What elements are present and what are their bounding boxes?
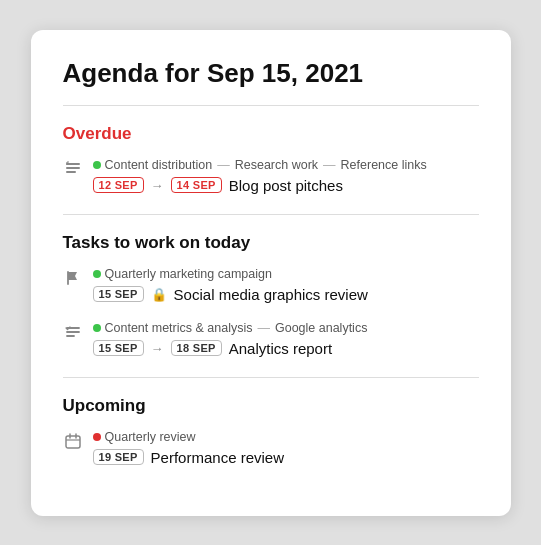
task-content: Content distribution — Research work — R… — [93, 158, 479, 194]
task-meta: Quarterly marketing campaign — [93, 267, 479, 281]
task-main: 15 SEP → 18 SEP Analytics report — [93, 340, 479, 357]
svg-rect-6 — [66, 436, 80, 448]
overdue-section: Overdue Content distribution — Research … — [63, 124, 479, 194]
task-meta: Quarterly review — [93, 430, 479, 444]
arrow-icon: → — [151, 341, 164, 356]
lock-icon: 🔒 — [151, 287, 167, 302]
start-date-badge: 19 SEP — [93, 449, 144, 465]
status-dot — [93, 433, 101, 441]
status-dot — [93, 324, 101, 332]
task-main: 19 SEP Performance review — [93, 449, 479, 466]
task-meta: Content metrics & analysis — Google anal… — [93, 321, 479, 335]
meta-item: Reference links — [341, 158, 427, 172]
meta-item: Content distribution — [105, 158, 213, 172]
task-list-icon — [63, 160, 83, 178]
flag-icon — [63, 269, 83, 287]
task-content: Quarterly review 19 SEP Performance revi… — [93, 430, 479, 466]
start-date-badge: 15 SEP — [93, 286, 144, 302]
task-content: Content metrics & analysis — Google anal… — [93, 321, 479, 357]
meta-item: Google analytics — [275, 321, 367, 335]
divider-3 — [63, 377, 479, 378]
meta-item: Quarterly marketing campaign — [105, 267, 272, 281]
meta-item: Content metrics & analysis — [105, 321, 253, 335]
divider-2 — [63, 214, 479, 215]
today-section: Tasks to work on today Quarterly marketi… — [63, 233, 479, 357]
svg-rect-0 — [66, 163, 80, 165]
start-date-badge: 12 SEP — [93, 177, 144, 193]
calendar-icon — [63, 432, 83, 450]
svg-rect-2 — [66, 171, 76, 173]
checklist-icon — [63, 323, 83, 341]
table-row: Quarterly review 19 SEP Performance revi… — [63, 430, 479, 466]
status-dot — [93, 270, 101, 278]
status-dot — [93, 161, 101, 169]
arrow-icon: → — [151, 178, 164, 193]
task-content: Quarterly marketing campaign 15 SEP 🔒 So… — [93, 267, 479, 303]
today-heading: Tasks to work on today — [63, 233, 479, 253]
task-main: 15 SEP 🔒 Social media graphics review — [93, 286, 479, 303]
divider — [63, 105, 479, 106]
meta-item: Research work — [235, 158, 318, 172]
table-row: Quarterly marketing campaign 15 SEP 🔒 So… — [63, 267, 479, 303]
svg-rect-1 — [66, 167, 80, 169]
end-date-badge: 14 SEP — [171, 177, 222, 193]
end-date-badge: 18 SEP — [171, 340, 222, 356]
upcoming-section: Upcoming Quarterly review 19 SEP Perform… — [63, 396, 479, 466]
start-date-badge: 15 SEP — [93, 340, 144, 356]
task-title: Analytics report — [229, 340, 332, 357]
meta-item: Quarterly review — [105, 430, 196, 444]
upcoming-heading: Upcoming — [63, 396, 479, 416]
page-title: Agenda for Sep 15, 2021 — [63, 58, 479, 89]
task-meta: Content distribution — Research work — R… — [93, 158, 479, 172]
table-row: Content distribution — Research work — R… — [63, 158, 479, 194]
task-main: 12 SEP → 14 SEP Blog post pitches — [93, 177, 479, 194]
task-title: Blog post pitches — [229, 177, 343, 194]
task-title: Performance review — [151, 449, 284, 466]
overdue-heading: Overdue — [63, 124, 479, 144]
task-title: Social media graphics review — [174, 286, 368, 303]
agenda-card: Agenda for Sep 15, 2021 Overdue Content … — [31, 30, 511, 516]
table-row: Content metrics & analysis — Google anal… — [63, 321, 479, 357]
